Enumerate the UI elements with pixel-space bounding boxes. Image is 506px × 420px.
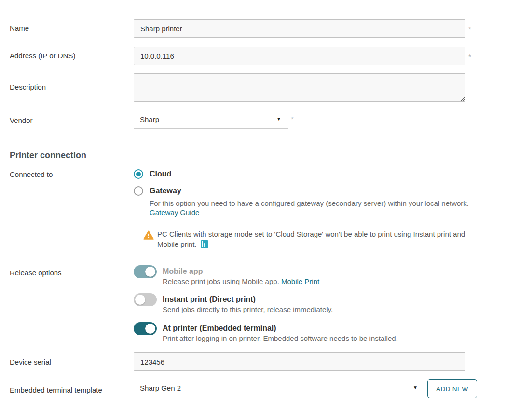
gateway-guide-link[interactable]: Gateway Guide	[150, 208, 199, 217]
description-label: Description	[0, 73, 134, 91]
device-serial-row: Device serial	[0, 352, 506, 371]
printer-connection-section-title: Printer connection	[10, 150, 506, 161]
gateway-description-text: For this option you need to have a confi…	[150, 199, 469, 207]
at-printer-title: At printer (Embedded terminal)	[163, 324, 398, 333]
terminal-template-label: Embedded terminal template	[0, 379, 134, 394]
name-label: Name	[0, 19, 134, 32]
info-guide-icon[interactable]	[201, 240, 208, 248]
at-printer-description: Print after logging in on printer. Embed…	[163, 334, 398, 343]
radio-gateway-label: Gateway	[150, 187, 181, 195]
vendor-label: Vendor	[0, 111, 134, 124]
toggle-row-mobile-app: Mobile app Release print jobs using Mobi…	[134, 265, 506, 286]
at-printer-text: At printer (Embedded terminal) Print aft…	[163, 322, 398, 343]
release-options-label: Release options	[0, 266, 134, 277]
toggle-knob	[145, 267, 155, 277]
device-serial-label: Device serial	[0, 352, 134, 366]
vendor-required-asterisk: *	[291, 111, 294, 123]
radio-gateway[interactable]	[134, 186, 143, 196]
name-row: Name *	[0, 19, 506, 38]
radio-cloud-label: Cloud	[150, 170, 171, 178]
terminal-template-select-value: Sharp Gen 2	[140, 384, 181, 392]
instant-print-description: Send jobs directly to this printer, rele…	[163, 305, 333, 314]
add-new-button[interactable]: ADD NEW	[427, 379, 477, 398]
warning-icon	[143, 230, 154, 240]
vendor-select-value: Sharp	[140, 115, 159, 123]
mobile-app-description: Release print jobs using Mobile app. Mob…	[163, 277, 319, 286]
address-label: Address (IP or DNS)	[0, 47, 134, 60]
printer-edit-form: Name * Address (IP or DNS) * Description…	[0, 0, 506, 420]
radio-option-cloud[interactable]: Cloud	[134, 169, 469, 179]
instant-print-text: Instant print (Direct print) Send jobs d…	[163, 293, 333, 314]
mobile-app-toggle[interactable]	[134, 265, 157, 278]
mobile-app-title: Mobile app	[163, 267, 319, 276]
name-required-asterisk: *	[468, 19, 471, 33]
address-row: Address (IP or DNS) *	[0, 47, 506, 65]
toggle-row-instant-print: Instant print (Direct print) Send jobs d…	[134, 293, 506, 314]
gateway-description: For this option you need to have a confi…	[150, 199, 469, 217]
description-row: Description	[0, 73, 506, 102]
device-serial-input[interactable]	[134, 352, 465, 371]
connected-to-row: Connected to Cloud Gateway For this opti…	[0, 169, 506, 217]
radio-option-gateway[interactable]: Gateway	[134, 186, 469, 196]
radio-cloud[interactable]	[134, 169, 143, 179]
instant-print-title: Instant print (Direct print)	[163, 295, 333, 304]
vendor-select[interactable]: Sharp ▼	[134, 111, 288, 129]
at-printer-toggle[interactable]	[134, 322, 157, 335]
terminal-template-row: Embedded terminal template Sharp Gen 2 ▼…	[0, 379, 506, 398]
description-textarea[interactable]	[134, 73, 465, 102]
address-input[interactable]	[134, 47, 465, 65]
toggle-knob	[135, 295, 145, 305]
terminal-template-select[interactable]: Sharp Gen 2 ▼	[134, 379, 421, 397]
connected-to-label: Connected to	[0, 169, 134, 178]
connected-to-radio-group: Cloud Gateway For this option you need t…	[134, 169, 469, 217]
vendor-row: Vendor Sharp ▼ *	[0, 111, 506, 129]
chevron-down-icon: ▼	[413, 385, 418, 390]
toggle-row-at-printer: At printer (Embedded terminal) Print aft…	[134, 322, 506, 343]
toggle-knob	[145, 324, 155, 334]
mobile-print-link[interactable]: Mobile Print	[281, 277, 319, 285]
name-input[interactable]	[134, 19, 465, 38]
address-required-asterisk: *	[468, 47, 471, 61]
cloud-storage-warning: PC Clients with storage mode set to 'Clo…	[143, 229, 506, 249]
chevron-down-icon: ▼	[276, 117, 281, 122]
instant-print-toggle[interactable]	[134, 293, 157, 306]
mobile-app-text: Mobile app Release print jobs using Mobi…	[163, 265, 319, 286]
warning-text: PC Clients with storage mode set to 'Clo…	[157, 229, 477, 249]
